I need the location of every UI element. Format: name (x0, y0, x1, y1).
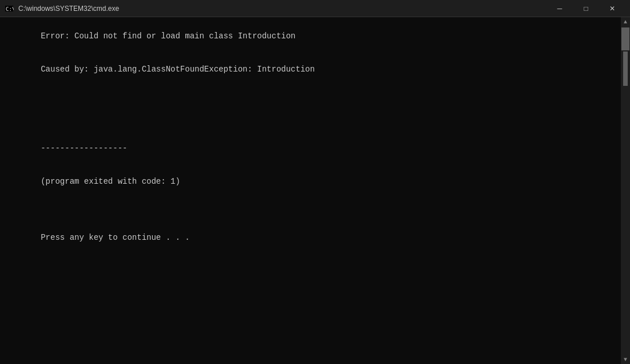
close-button[interactable]: ✕ (599, 0, 625, 17)
terminal-area[interactable]: Error: Could not find or load main class… (0, 17, 621, 364)
maximize-button[interactable]: □ (573, 0, 599, 17)
press-continue-line: Press any key to continue . . . (41, 233, 189, 242)
window-controls: ─ □ ✕ (546, 0, 625, 17)
scroll-down-button[interactable]: ▼ (621, 355, 630, 364)
terminal-output: Error: Could not find or load main class… (2, 19, 619, 255)
window-content: Error: Could not find or load main class… (0, 17, 630, 364)
cmd-icon: C:\ (5, 4, 14, 13)
scrollbar-thumb[interactable] (621, 27, 629, 50)
scroll-decoration (623, 52, 628, 86)
titlebar: C:\ C:\windows\SYSTEM32\cmd.exe ─ □ ✕ (0, 0, 630, 17)
scroll-up-button[interactable]: ▲ (621, 17, 630, 26)
minimize-button[interactable]: ─ (546, 0, 573, 17)
svg-text:C:\: C:\ (6, 6, 14, 12)
error-line-2: Caused by: java.lang.ClassNotFoundExcept… (41, 65, 315, 74)
exit-code-line: (program exited with code: 1) (41, 177, 180, 186)
cmd-window: C:\ C:\windows\SYSTEM32\cmd.exe ─ □ ✕ Er… (0, 0, 630, 364)
separator-line: ------------------ (41, 144, 127, 153)
window-title: C:\windows\SYSTEM32\cmd.exe (18, 5, 546, 13)
scrollbar[interactable]: ▲ ▼ (621, 17, 630, 364)
error-line-1: Error: Could not find or load main class… (41, 31, 295, 41)
